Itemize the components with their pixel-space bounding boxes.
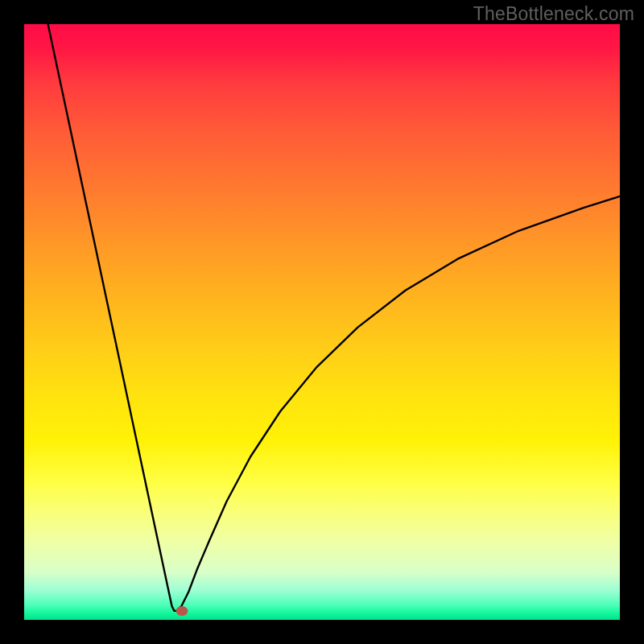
marker-dot [176,606,188,616]
plot-area [24,24,620,620]
watermark-text: TheBottleneck.com [473,3,634,25]
curve-svg [24,24,620,620]
chart-container: TheBottleneck.com [0,0,644,644]
bottleneck-curve [48,24,620,611]
